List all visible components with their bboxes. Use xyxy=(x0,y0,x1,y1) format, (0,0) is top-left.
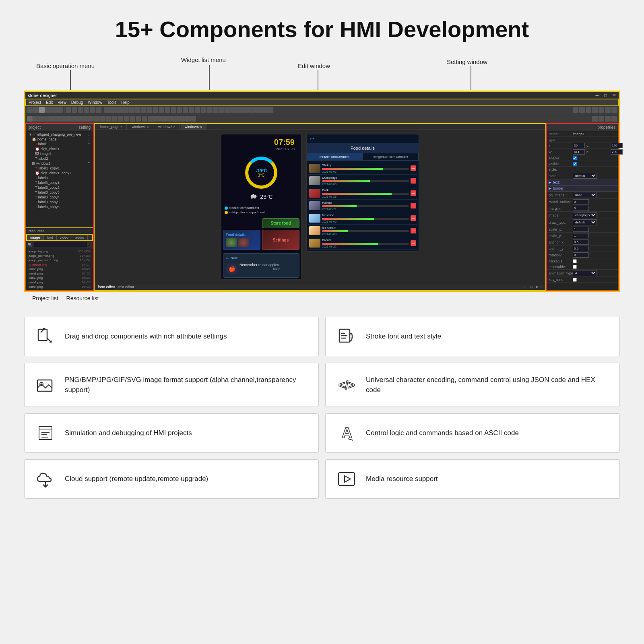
toolbar2-btn[interactable] xyxy=(33,116,39,122)
tree-item-label3-copy6[interactable]: T label3_copy6 xyxy=(26,204,93,209)
toolbar2-btn[interactable] xyxy=(142,116,147,122)
prop-select-bgimage[interactable]: none xyxy=(573,192,597,198)
tree-item-label3-copy5[interactable]: T label3_copy5 xyxy=(26,200,93,204)
tree-item-label2[interactable]: T label2 xyxy=(26,156,93,161)
toolbar2-btn[interactable] xyxy=(45,116,51,122)
prop-input-scalex[interactable] xyxy=(573,227,589,232)
toolbar-btn[interactable] xyxy=(171,107,176,113)
prop-input-rotation[interactable] xyxy=(573,252,589,258)
toolbar2-btn[interactable] xyxy=(75,116,81,122)
resource-tab-image[interactable]: image xyxy=(27,235,44,240)
prop-input-h[interactable] xyxy=(611,149,623,155)
toolbar-btn[interactable] xyxy=(165,107,170,113)
menu-help[interactable]: Help xyxy=(121,100,130,105)
toolbar2-btn[interactable] xyxy=(118,116,123,122)
tab-home-page[interactable]: home_page × xyxy=(96,124,127,130)
toolbar-btn-right[interactable] xyxy=(592,107,598,113)
food-del-ice-cube[interactable]: — xyxy=(411,215,416,221)
toolbar-btn-right[interactable] xyxy=(599,107,604,113)
prop-select-animtype[interactable]: 4 xyxy=(573,270,597,276)
prop-select-drawtype[interactable]: default xyxy=(573,219,597,225)
prop-checkbox-keytone[interactable] xyxy=(573,278,577,282)
prop-input-margin[interactable] xyxy=(573,206,589,211)
toolbar-btn[interactable] xyxy=(261,107,267,113)
toolbar-btn[interactable] xyxy=(96,107,101,113)
toolbar-btn[interactable] xyxy=(64,107,64,113)
toolbar-btn[interactable] xyxy=(66,107,71,113)
prop-checkbox-visible[interactable] xyxy=(573,162,577,166)
resource-tab-font[interactable]: font xyxy=(44,235,57,240)
toolbar-btn[interactable] xyxy=(153,107,158,113)
toolbar2-btn[interactable] xyxy=(69,116,75,122)
toolbar-btn[interactable] xyxy=(84,107,89,113)
tree-item-label3-copy2[interactable]: T label3_copy2 xyxy=(26,185,93,190)
toolbar-btn[interactable] xyxy=(255,107,261,113)
toolbar2-btn[interactable] xyxy=(93,116,99,122)
prop-checkbox-enable[interactable] xyxy=(573,156,577,160)
toolbar2-btn[interactable] xyxy=(111,116,117,122)
btn-settings[interactable]: Settings xyxy=(262,230,299,250)
toolbar-btn[interactable] xyxy=(45,107,51,113)
food-del-pork[interactable]: — xyxy=(411,190,416,196)
toolbar-btn-right[interactable] xyxy=(573,107,578,113)
toolbar-btn[interactable] xyxy=(140,107,146,113)
ide-restore-btn[interactable]: □ xyxy=(604,93,607,98)
toolbar-btn[interactable] xyxy=(51,107,57,113)
tree-item-root[interactable]: ▼ Intelligent_charging_pile_new ⌄ xyxy=(26,132,93,137)
toolbar-btn[interactable] xyxy=(57,107,63,113)
toolbar-btn[interactable] xyxy=(122,107,128,113)
toolbar2-btn[interactable] xyxy=(190,116,196,122)
toolbar-btn[interactable] xyxy=(27,107,33,113)
toolbar2-btn[interactable] xyxy=(81,116,87,122)
toolbar2-btn[interactable] xyxy=(105,116,111,122)
toolbar-btn[interactable] xyxy=(267,107,273,113)
toolbar2-btn-right[interactable] xyxy=(592,116,598,122)
prop-checkbox-selectable[interactable] xyxy=(573,265,577,269)
food-del-shrimp[interactable]: — xyxy=(411,165,416,171)
toolbar2-btn[interactable] xyxy=(51,116,57,122)
toolbar2-btn-right[interactable] xyxy=(605,116,611,122)
toolbar-btn[interactable] xyxy=(195,107,200,113)
menu-window[interactable]: Window xyxy=(88,100,102,105)
menu-debug[interactable]: Debug xyxy=(71,100,83,105)
menu-project[interactable]: Project xyxy=(29,100,41,105)
toolbar-btn-right[interactable] xyxy=(586,107,591,113)
toolbar-btn[interactable] xyxy=(189,107,194,113)
tree-item-label3-copy3[interactable]: T label3_copy3 xyxy=(26,190,93,195)
toolbar-btn-right[interactable] xyxy=(579,107,585,113)
toolbar-btn[interactable] xyxy=(183,107,188,113)
toolbar-btn[interactable] xyxy=(39,107,45,113)
toolbar-btn[interactable] xyxy=(147,107,152,113)
toolbar2-btn[interactable] xyxy=(124,116,129,122)
tree-item-clock-copy[interactable]: ⏰ rligit_clock1_copy1 xyxy=(26,171,93,175)
menu-view[interactable]: View xyxy=(58,100,66,105)
phone-back-btn[interactable]: ↩ xyxy=(310,136,314,142)
toolbar2-btn-right[interactable] xyxy=(611,116,617,122)
toolbar2-btn[interactable] xyxy=(160,116,166,122)
toolbar-btn[interactable] xyxy=(72,107,77,113)
toolbar2-btn[interactable] xyxy=(99,116,105,122)
prop-input-scaley[interactable] xyxy=(573,233,589,238)
btn-food-details[interactable]: Food details xyxy=(223,230,260,250)
toolbar-btn[interactable] xyxy=(104,107,110,113)
toolbar2-btn[interactable] xyxy=(57,116,63,122)
phone-tab-freezer[interactable]: freezer compartment xyxy=(307,153,363,160)
tab-window2[interactable]: window2 × xyxy=(154,124,180,130)
toolbar-btn[interactable] xyxy=(201,107,206,113)
toolbar-btn[interactable] xyxy=(225,107,231,113)
toolbar-btn[interactable] xyxy=(116,107,122,113)
toolbar-btn-right[interactable] xyxy=(605,107,611,113)
tree-item-clock[interactable]: ⏰ digit_clock1 xyxy=(26,147,93,151)
toolbar-btn[interactable] xyxy=(249,107,255,113)
resource-search-input[interactable] xyxy=(34,242,87,247)
btn-store-food[interactable]: Store food xyxy=(262,218,299,228)
prop-input-w[interactable] xyxy=(573,149,585,155)
ide-minimize-btn[interactable]: ─ xyxy=(596,93,599,98)
tree-item-label3-copy1[interactable]: T label3_copy1 xyxy=(26,180,93,185)
toolbar-btn[interactable] xyxy=(177,107,182,113)
toolbar-btn[interactable] xyxy=(231,107,237,113)
tree-item-image1[interactable]: 🖼 image1 xyxy=(26,151,93,156)
toolbar2-btn[interactable] xyxy=(87,116,93,122)
food-del-hairtail[interactable]: — xyxy=(411,203,416,208)
food-del-ice-cream[interactable]: — xyxy=(411,228,416,233)
